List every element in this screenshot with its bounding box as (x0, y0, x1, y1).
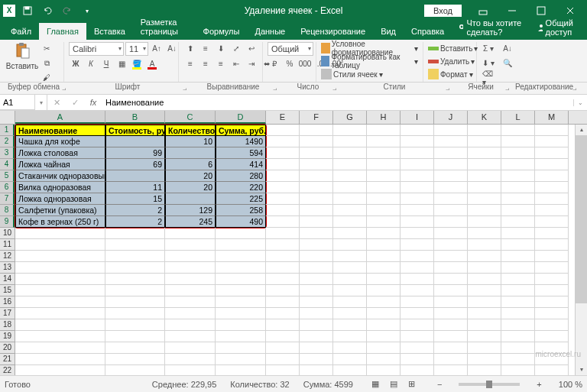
empty-cell[interactable] (501, 251, 535, 262)
col-header[interactable]: A (15, 111, 105, 124)
empty-cell[interactable] (468, 159, 501, 170)
empty-cell[interactable] (15, 274, 105, 285)
data-cell[interactable]: 280 (216, 170, 266, 182)
sort-filter-icon[interactable]: A↓ (498, 42, 517, 55)
empty-cell[interactable] (401, 170, 434, 182)
empty-cell[interactable] (468, 319, 501, 331)
data-cell[interactable]: Ложка чайная (15, 159, 105, 170)
row-header[interactable]: 14 (0, 274, 15, 285)
empty-cell[interactable] (266, 193, 300, 205)
wrap-text-icon[interactable]: ↩ (245, 42, 258, 55)
empty-cell[interactable] (15, 342, 105, 354)
empty-cell[interactable] (266, 205, 300, 216)
empty-cell[interactable] (367, 170, 401, 182)
row-header[interactable]: 13 (0, 262, 15, 274)
qat-customize-icon[interactable]: ▾ (79, 3, 95, 18)
empty-cell[interactable] (535, 296, 569, 308)
name-box-dropdown[interactable]: ▾ (35, 95, 47, 110)
row-header[interactable]: 2 (0, 136, 15, 147)
empty-cell[interactable] (216, 308, 266, 319)
empty-cell[interactable] (401, 147, 434, 159)
empty-cell[interactable] (535, 308, 569, 319)
tab-вид[interactable]: Вид (373, 23, 404, 40)
data-cell[interactable] (105, 170, 165, 182)
empty-cell[interactable] (535, 216, 569, 228)
empty-cell[interactable] (333, 274, 367, 285)
empty-cell[interactable] (401, 228, 434, 239)
vscroll-thumb[interactable] (576, 135, 587, 303)
row-header[interactable]: 9 (0, 216, 15, 228)
empty-cell[interactable] (266, 285, 300, 296)
col-header[interactable]: G (333, 111, 367, 124)
empty-cell[interactable] (216, 331, 266, 342)
empty-cell[interactable] (367, 147, 401, 159)
empty-cell[interactable] (401, 136, 434, 147)
data-cell[interactable]: Чашка для кофе (15, 136, 105, 147)
data-cell[interactable]: 6 (165, 159, 216, 170)
empty-cell[interactable] (266, 331, 300, 342)
empty-cell[interactable] (468, 205, 501, 216)
align-right-icon[interactable]: ≡ (214, 57, 228, 70)
empty-cell[interactable] (401, 285, 434, 296)
empty-cell[interactable] (300, 193, 333, 205)
empty-cell[interactable] (468, 239, 501, 251)
empty-cell[interactable] (434, 182, 468, 193)
empty-cell[interactable] (501, 365, 535, 375)
empty-cell[interactable] (367, 182, 401, 193)
zoom-in-icon[interactable]: + (533, 380, 544, 389)
empty-cell[interactable] (266, 125, 300, 136)
number-format-combo[interactable]: Общий (268, 42, 313, 56)
data-cell[interactable] (165, 193, 216, 205)
empty-cell[interactable] (468, 342, 501, 354)
empty-cell[interactable] (535, 159, 569, 170)
empty-cell[interactable] (216, 296, 266, 308)
empty-cell[interactable] (300, 285, 333, 296)
empty-cell[interactable] (333, 147, 367, 159)
empty-cell[interactable] (434, 308, 468, 319)
empty-cell[interactable] (333, 136, 367, 147)
empty-cell[interactable] (15, 354, 105, 365)
empty-cell[interactable] (468, 193, 501, 205)
tab-главная[interactable]: Главная (39, 23, 86, 40)
empty-cell[interactable] (165, 319, 216, 331)
paste-button[interactable]: Вставить (8, 42, 37, 70)
currency-icon[interactable]: ₽ (268, 57, 281, 70)
row-header[interactable]: 5 (0, 170, 15, 182)
empty-cell[interactable] (367, 125, 401, 136)
empty-cell[interactable] (535, 285, 569, 296)
empty-cell[interactable] (434, 228, 468, 239)
row-header[interactable]: 15 (0, 285, 15, 296)
empty-cell[interactable] (266, 228, 300, 239)
empty-cell[interactable] (468, 125, 501, 136)
empty-cell[interactable] (434, 193, 468, 205)
empty-cell[interactable] (401, 365, 434, 375)
cell-grid[interactable]: НаименованиеСтоимость, руб.КоличествоСум… (15, 125, 587, 375)
empty-cell[interactable] (401, 193, 434, 205)
empty-cell[interactable] (300, 159, 333, 170)
italic-icon[interactable]: К (84, 57, 98, 70)
empty-cell[interactable] (401, 251, 434, 262)
expand-formula-bar-icon[interactable]: ⌄ (573, 99, 587, 106)
empty-cell[interactable] (535, 274, 569, 285)
empty-cell[interactable] (468, 136, 501, 147)
data-cell[interactable]: Стаканчик одноразовый (15, 170, 105, 182)
empty-cell[interactable] (434, 342, 468, 354)
empty-cell[interactable] (300, 125, 333, 136)
empty-cell[interactable] (165, 239, 216, 251)
header-cell[interactable]: Количество (165, 125, 216, 136)
percent-icon[interactable]: % (283, 57, 297, 70)
empty-cell[interactable] (535, 251, 569, 262)
comma-icon[interactable]: 000 (298, 57, 312, 70)
empty-cell[interactable] (266, 262, 300, 274)
cell-styles-button[interactable]: Стили ячеек ▾ (321, 68, 418, 80)
empty-cell[interactable] (434, 251, 468, 262)
empty-cell[interactable] (333, 182, 367, 193)
col-header[interactable]: F (300, 111, 333, 124)
share-button[interactable]: Общий доступ (529, 15, 587, 40)
row-header[interactable]: 17 (0, 308, 15, 319)
empty-cell[interactable] (367, 159, 401, 170)
empty-cell[interactable] (367, 319, 401, 331)
empty-cell[interactable] (105, 285, 165, 296)
empty-cell[interactable] (300, 205, 333, 216)
empty-cell[interactable] (333, 319, 367, 331)
